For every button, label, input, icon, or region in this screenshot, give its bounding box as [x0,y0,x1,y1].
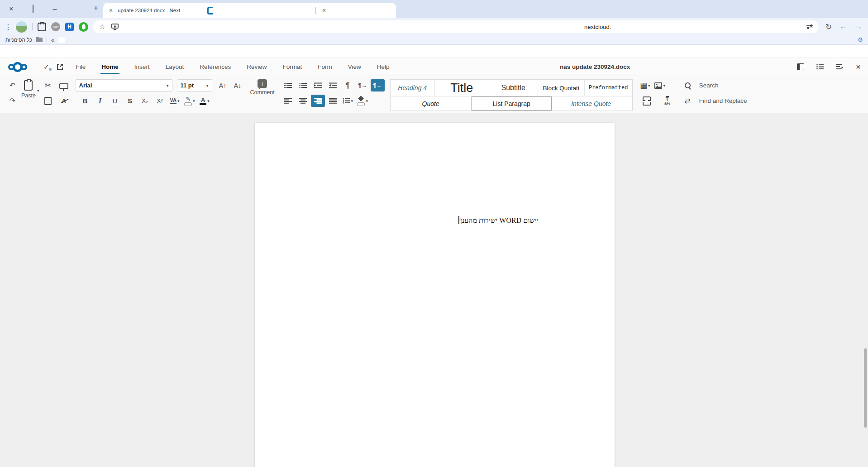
window-close-button[interactable]: × [7,5,15,13]
style-list-paragraph-selected[interactable]: List Paragrap [472,96,552,111]
align-right-button[interactable] [311,95,325,107]
paste-button[interactable]: Paste ▾ [21,79,39,99]
tab-close-icon[interactable]: × [320,7,328,14]
rtl-paragraph-button[interactable]: ¶← [371,79,385,91]
outline-list-icon[interactable] [816,64,824,70]
font-color-dropdown-icon[interactable]: ▾ [207,99,210,103]
style-title[interactable]: Title [435,80,489,96]
h-extension-icon[interactable]: H [65,23,74,31]
menu-form[interactable]: Form [318,58,332,76]
numbered-list-button[interactable] [296,79,310,91]
tab-close-icon[interactable]: × [107,7,114,14]
browser-tab-active[interactable]: × update 230924.docx - Next [103,3,219,18]
subscript-button[interactable]: X₂ [138,95,152,107]
google-favicon[interactable]: G [858,37,863,43]
spacing-dropdown-icon[interactable]: ▾ [177,99,180,103]
highlight-color-button[interactable]: ✎ ▾ [183,95,197,107]
window-minimize-button[interactable]: – [51,5,59,13]
address-bar[interactable]: ☆ nextcloud. [93,20,819,33]
menu-format[interactable]: Format [282,58,302,76]
comment-button[interactable]: + Comment [250,79,275,96]
underline-button[interactable]: U [108,95,122,107]
all-bookmarks-label[interactable]: כל הסימניות [5,37,32,43]
window-restore-button[interactable] [29,5,37,13]
copy-button[interactable] [41,95,55,107]
search-button[interactable]: Search [681,79,719,91]
insert-table-button[interactable]: ▦ ▾ [638,79,652,91]
reload-button[interactable]: ↻ [824,22,834,32]
new-tab-button[interactable]: + [90,2,102,14]
bookmarks-overflow-chevron[interactable]: « [51,37,54,43]
menu-layout[interactable]: Layout [166,58,184,76]
menu-view[interactable]: View [348,58,361,76]
font-size-combobox[interactable]: 11 pt ▾ [177,79,212,91]
shading-dropdown-icon[interactable]: ▾ [366,99,368,103]
increase-indent-button[interactable] [311,79,325,91]
menu-help[interactable]: Help [377,58,390,76]
document-page[interactable]: יישום WORD ישירות מהענן [255,123,615,467]
font-name-combobox[interactable]: Arial ▾ [76,79,172,91]
close-document-button[interactable]: × [856,62,861,72]
ltr-paragraph-button[interactable]: ¶→ [356,79,370,91]
profile-avatar[interactable] [16,21,27,33]
document-canvas[interactable]: יישום WORD ישירות מהענן [0,113,868,467]
nextcloud-logo[interactable] [8,62,27,72]
format-painter-button[interactable] [57,79,71,91]
vertical-scrollbar[interactable] [864,348,867,428]
style-preformatted[interactable]: Preformatted [585,80,632,96]
browser-tab-second[interactable]: × [213,3,396,18]
insert-special-character-button[interactable]: T &% [660,95,674,107]
insert-image-button[interactable]: ▾ [653,79,667,91]
italic-button[interactable]: I [93,95,107,107]
line-spacing-dropdown-icon[interactable]: ▾ [351,99,353,103]
highlight-dropdown-icon[interactable]: ▾ [193,99,195,103]
open-in-new-window-icon[interactable] [57,63,63,70]
site-settings-icon[interactable] [806,25,813,28]
document-paragraph[interactable]: יישום WORD ישירות מהענן [282,216,539,225]
font-name-dropdown-icon[interactable]: ▾ [167,83,169,88]
bold-button[interactable]: B [78,95,92,107]
font-color-button[interactable]: A ▾ [198,95,212,107]
bookmark-item[interactable] [58,37,65,43]
find-and-replace-button[interactable]: ⇄ Find and Replace [681,95,747,107]
flame-extension-icon[interactable] [79,22,88,32]
cut-button[interactable]: ✂ [41,79,55,91]
forward-button[interactable]: → [854,22,863,31]
url-text[interactable]: nextcloud. [584,24,611,30]
folder-icon[interactable] [36,38,43,42]
align-center-button[interactable] [296,95,310,107]
style-heading4[interactable]: Heading 4 [391,80,435,96]
collapse-toolbar-icon[interactable] [836,64,844,70]
justify-button[interactable] [326,95,340,107]
style-subtitle[interactable]: Subtitle [489,80,538,96]
style-quote[interactable]: Quote [391,96,472,111]
decrease-indent-button[interactable] [326,79,340,91]
shrink-font-button[interactable]: A↓ [231,79,245,91]
align-left-button[interactable] [281,95,295,107]
line-spacing-button[interactable]: ▾ [341,95,355,107]
undo-button[interactable]: ↶ [5,79,19,91]
sidebar-toggle-icon[interactable] [797,63,804,70]
style-intense-quote[interactable]: Intense Quote [552,96,631,111]
adblock-extension-icon[interactable]: ABP [51,22,60,31]
send-to-device-icon[interactable] [111,24,119,30]
redo-button[interactable]: ↷ [5,95,19,107]
insert-page-break-button[interactable] [640,95,654,107]
menu-file[interactable]: File [76,58,86,76]
menu-review[interactable]: Review [247,58,267,76]
menu-home[interactable]: Home [101,58,119,76]
menu-references[interactable]: References [200,58,231,76]
bullet-list-button[interactable] [281,79,295,91]
superscript-button[interactable]: X² [153,95,167,107]
menu-insert[interactable]: Insert [134,58,150,76]
style-block-quotation[interactable]: Block Quotati [538,80,585,96]
back-button[interactable]: ← [839,22,849,31]
image-dropdown-icon[interactable]: ▾ [663,83,665,88]
clear-formatting-button[interactable]: A [57,95,71,107]
grow-font-button[interactable]: A↑ [216,79,230,91]
bookmark-star-icon[interactable]: ☆ [99,23,105,31]
browser-menu-button[interactable]: ⋮ [5,23,11,31]
strikethrough-button[interactable]: S [123,95,137,107]
formatting-marks-button[interactable]: ¶ [341,79,355,91]
table-dropdown-icon[interactable]: ▾ [648,83,650,88]
